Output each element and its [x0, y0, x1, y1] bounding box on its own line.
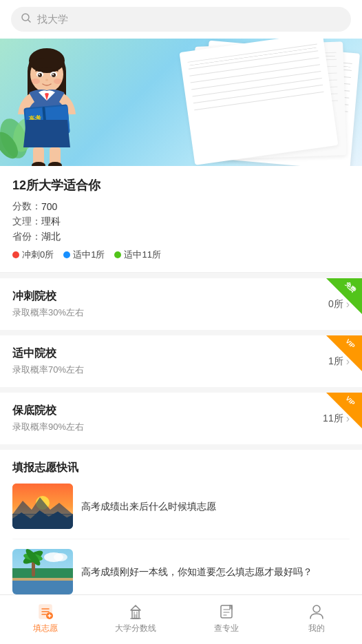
badge-shizhong-text: 适中1所: [73, 249, 105, 261]
nav-daxuefenxian[interactable]: 大学分数线: [91, 595, 182, 644]
svg-point-16: [45, 79, 48, 81]
score-value: 700: [41, 201, 57, 212]
search-bar: 找大学: [0, 0, 362, 39]
svg-point-41: [54, 553, 67, 561]
nav-chazhuanye[interactable]: 查专业: [181, 595, 272, 644]
search-input-wrap[interactable]: 找大学: [11, 7, 351, 32]
svg-point-12: [38, 73, 42, 77]
baodi-section[interactable]: 保底院校 录取概率90%左右 11所 › VIP: [0, 393, 362, 444]
svg-marker-52: [131, 605, 140, 610]
vip-corner-badge-2: VIP: [326, 393, 362, 428]
subject-value: 理科: [41, 216, 61, 228]
news-thumb-2: [12, 549, 73, 594]
shizhong-section[interactable]: 适中院校 录取概率70%左右 1所 › VIP: [0, 335, 362, 387]
dot-blue: [63, 251, 70, 258]
bottom-nav: 填志愿 大学分数线: [0, 594, 362, 644]
svg-rect-30: [12, 514, 73, 529]
shizhong-left: 适中院校 录取概率70%左右: [12, 346, 84, 376]
province-row: 省份： 湖北: [12, 231, 350, 243]
chongci-left: 冲刺院校 录取概率30%左右: [12, 289, 84, 319]
news-text-2: 高考成绩刚好一本线，你知道要怎么填志愿才最好吗？: [81, 549, 350, 594]
nav-wode-icon: [308, 603, 326, 621]
shizhong-title: 适中院校: [12, 346, 84, 361]
svg-point-14: [39, 74, 40, 75]
subject-row: 文理： 理科: [12, 216, 350, 228]
svg-point-17: [32, 79, 40, 84]
paper-1: [180, 39, 339, 165]
chongci-section[interactable]: 冲刺院校 录取概率30%左右 0所 › 免费: [0, 278, 362, 330]
nav-tizhiyuan-label: 填志愿: [33, 623, 58, 634]
thumb-sunset: [12, 484, 73, 529]
score-row: 分数： 700: [12, 200, 350, 213]
baodi-left: 保底院校 录取概率90%左右: [12, 404, 84, 433]
news-item-1[interactable]: 高考成绩出来后什么时候填志愿: [12, 484, 350, 539]
news-thumb-1: [12, 484, 73, 529]
svg-point-18: [54, 79, 62, 84]
hero-banner: 高考 志愿: [0, 39, 362, 166]
dot-red: [12, 251, 19, 258]
baodi-title: 保底院校: [12, 404, 84, 418]
free-corner-badge: 免费: [326, 278, 362, 314]
hero-girl: 高考 志愿: [6, 45, 88, 166]
svg-point-60: [313, 605, 320, 612]
news-section: 填报志愿快讯: [0, 450, 362, 604]
shizhong-sub: 录取概率70%左右: [12, 364, 84, 376]
badge-shizhong: 适中1所: [63, 249, 105, 261]
news-text-1: 高考成绩出来后什么时候填志愿: [81, 484, 350, 529]
svg-marker-59: [229, 605, 233, 610]
badge-shizhong2: 适中11所: [114, 249, 160, 261]
search-placeholder: 找大学: [37, 13, 68, 26]
svg-line-1: [28, 20, 30, 22]
nav-chazhuanye-label: 查专业: [214, 623, 239, 634]
baodi-sub: 录取概率90%左右: [12, 421, 84, 433]
svg-rect-54: [134, 614, 137, 619]
info-card: 12所大学适合你 分数： 700 文理： 理科 省份： 湖北 冲刺0所 适中1所…: [0, 166, 362, 273]
province-value: 湖北: [41, 231, 61, 243]
score-label: 分数：: [12, 200, 41, 213]
badge-shizhong2-text: 适中11所: [124, 249, 160, 261]
search-icon: [21, 12, 32, 26]
province-label: 省份：: [12, 231, 41, 243]
nav-chazhuanye-icon: [217, 603, 235, 621]
thumb-beach: [12, 549, 73, 594]
subject-label: 文理：: [12, 216, 41, 228]
nav-tizhiyuan-icon: [36, 603, 54, 621]
chongci-sub: 录取概率30%左右: [12, 307, 84, 319]
news-title-2: 高考成绩刚好一本线，你知道要怎么填志愿才最好吗？: [81, 565, 312, 579]
badge-chongci: 冲刺0所: [12, 249, 54, 261]
badges-row: 冲刺0所 适中1所 适中11所: [12, 249, 350, 261]
nav-wode[interactable]: 我的: [272, 595, 363, 644]
info-card-title: 12所大学适合你: [12, 177, 350, 194]
svg-point-13: [52, 73, 56, 77]
dot-green: [114, 251, 121, 258]
chongci-title: 冲刺院校: [12, 289, 84, 304]
vip-corner-badge-1: VIP: [326, 335, 362, 371]
news-section-title: 填报志愿快讯: [12, 461, 350, 475]
badge-chongci-text: 冲刺0所: [22, 249, 54, 261]
nav-wode-label: 我的: [308, 623, 325, 634]
svg-point-15: [52, 74, 54, 75]
news-title-1: 高考成绩出来后什么时候填志愿: [81, 499, 216, 514]
svg-rect-35: [12, 568, 73, 578]
nav-daxuefenxian-label: 大学分数线: [115, 623, 156, 634]
nav-tizhiyuan[interactable]: 填志愿: [0, 595, 91, 644]
nav-daxuefenxian-icon: [127, 603, 145, 621]
